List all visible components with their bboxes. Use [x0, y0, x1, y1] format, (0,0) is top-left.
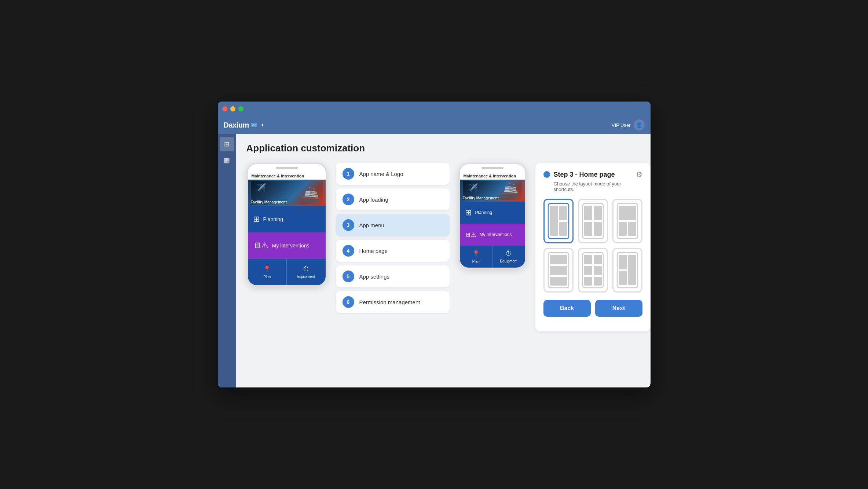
- plan-icon-right: 📍: [472, 250, 480, 258]
- interventions-label-right: My Interventions: [480, 232, 512, 237]
- step-item-4[interactable]: 4 Home page: [336, 240, 450, 262]
- layout-option-6[interactable]: [612, 248, 642, 293]
- plan-label-right: Plan: [472, 260, 480, 264]
- svg-rect-23: [594, 277, 602, 286]
- svg-rect-12: [628, 222, 636, 236]
- step-dot: [543, 171, 550, 178]
- next-button[interactable]: Next: [595, 300, 642, 317]
- app-header: Daxium AI ✦ VIP User 👤: [218, 116, 651, 134]
- planning-icon-right: ⊞: [465, 208, 472, 217]
- step-label-6: Permission management: [359, 299, 420, 305]
- maximize-button[interactable]: [238, 106, 243, 111]
- step-number-3: 3: [343, 219, 354, 231]
- step-label-4: Home page: [359, 248, 388, 254]
- layout-option-2[interactable]: [578, 199, 608, 243]
- title-bar: [218, 102, 651, 116]
- svg-rect-18: [584, 255, 592, 264]
- page-title: Application customization: [246, 143, 640, 154]
- phone-mockup-left: Maintenance & Intervention Facility Mana…: [246, 163, 327, 287]
- notch-bar-left: [276, 167, 298, 169]
- layout-option-3[interactable]: [612, 199, 642, 243]
- traffic-lights: [222, 106, 243, 111]
- planning-label-right: Planning: [475, 210, 492, 215]
- step-item-6[interactable]: 6 Permission management: [336, 291, 450, 313]
- svg-rect-3: [559, 222, 567, 236]
- layout-svg-4: [547, 252, 569, 288]
- main-content: Application customization Maintenance & …: [236, 134, 651, 387]
- layout-svg-6: [616, 252, 638, 288]
- back-button[interactable]: Back: [543, 300, 591, 317]
- logo-ai-badge: AI: [251, 123, 257, 127]
- layout-grid: [543, 199, 642, 293]
- svg-rect-20: [584, 266, 592, 275]
- svg-rect-21: [594, 266, 602, 275]
- svg-rect-26: [628, 255, 636, 285]
- equipment-icon-right: ⏱: [505, 250, 512, 258]
- layout-svg-2: [582, 203, 604, 239]
- equipment-label-right: Equipment: [500, 259, 517, 263]
- steps-list: 1 App name & Logo 2 App loading 3 App me…: [336, 163, 450, 313]
- phone-app-title-right: Maintenance & Intervention: [460, 172, 525, 180]
- phone-tile-equipment-left: ⏱ Equipment: [287, 259, 326, 285]
- close-button[interactable]: [222, 106, 227, 111]
- logo-text: Daxium: [224, 121, 249, 129]
- interventions-label-left: My interventions: [272, 243, 310, 249]
- step-panel-title-row: Step 3 - Home page: [543, 171, 615, 179]
- phone-content-left: Maintenance & Intervention Facility Mana…: [248, 172, 326, 285]
- header-user: VIP User 👤: [612, 120, 645, 130]
- svg-rect-19: [594, 255, 602, 264]
- step-item-5[interactable]: 5 App settings: [336, 265, 450, 287]
- svg-rect-1: [550, 206, 558, 236]
- phone-planning-tile-left: ⊞ Planning: [248, 206, 326, 232]
- equipment-icon-left: ⏱: [303, 265, 310, 273]
- phone-mockup-right: Maintenance & Intervention Facility Mana…: [458, 163, 527, 269]
- sidebar-item-grid[interactable]: ⊞: [220, 137, 234, 151]
- plan-label-left: Plan: [263, 275, 271, 279]
- layout-option-5[interactable]: [578, 248, 608, 293]
- svg-rect-6: [594, 206, 602, 220]
- phone-interventions-tile-left: 🖥⚠ My interventions: [248, 232, 326, 259]
- svg-rect-2: [559, 206, 567, 220]
- step-item-3[interactable]: 3 App menu: [336, 214, 450, 236]
- sidebar-item-table[interactable]: ▦: [220, 153, 234, 168]
- phone-bottom-tiles-right: 📍 Plan ⏱ Equipment: [460, 246, 525, 268]
- layout-option-1[interactable]: [543, 199, 574, 243]
- user-avatar[interactable]: 👤: [634, 120, 645, 130]
- user-name: VIP User: [612, 122, 631, 128]
- step-item-2[interactable]: 2 App loading: [336, 188, 450, 210]
- phone-notch-right: [460, 164, 525, 172]
- action-buttons: Back Next: [543, 300, 642, 317]
- svg-rect-10: [619, 206, 636, 220]
- sidebar: ⊞ ▦: [218, 134, 236, 387]
- step-label-1: App name & Logo: [359, 171, 403, 177]
- step-panel-subtitle: Choose the layout mode of your shortcuts…: [543, 181, 642, 192]
- phone-content-right: Maintenance & Intervention Facility Mana…: [460, 172, 525, 268]
- step-label-3: App menu: [359, 222, 384, 228]
- layout-svg-1: [547, 203, 569, 239]
- step-label-5: App settings: [359, 273, 390, 280]
- content-area: Maintenance & Intervention Facility Mana…: [246, 163, 640, 331]
- svg-rect-7: [584, 222, 592, 236]
- svg-rect-27: [619, 271, 627, 285]
- logo-decoration: ✦: [260, 122, 265, 128]
- phone-app-title-left: Maintenance & Intervention: [248, 172, 326, 180]
- step-number-1: 1: [343, 168, 354, 180]
- step-number-6: 6: [343, 296, 354, 308]
- phone-banner-label-right: Facility Management: [463, 196, 499, 200]
- phone-tile-plan-right: 📍 Plan: [460, 246, 493, 268]
- step-item-1[interactable]: 1 App name & Logo: [336, 163, 450, 185]
- planning-label-left: Planning: [263, 216, 283, 222]
- layout-svg-5: [582, 252, 604, 288]
- interventions-icon-left: 🖥⚠: [253, 241, 268, 250]
- layout-option-4[interactable]: [543, 248, 574, 293]
- settings-icon[interactable]: ⚙: [636, 170, 642, 179]
- svg-rect-5: [584, 206, 592, 220]
- minimize-button[interactable]: [230, 106, 235, 111]
- phone-tile-equipment-right: ⏱ Equipment: [492, 246, 525, 268]
- step-number-5: 5: [343, 271, 354, 282]
- svg-rect-14: [550, 255, 567, 264]
- layout-svg-3: [616, 203, 638, 239]
- plan-icon-left: 📍: [263, 265, 271, 273]
- phone-planning-tile-right: ⊞ Planning: [460, 202, 525, 224]
- step-number-4: 4: [343, 245, 354, 257]
